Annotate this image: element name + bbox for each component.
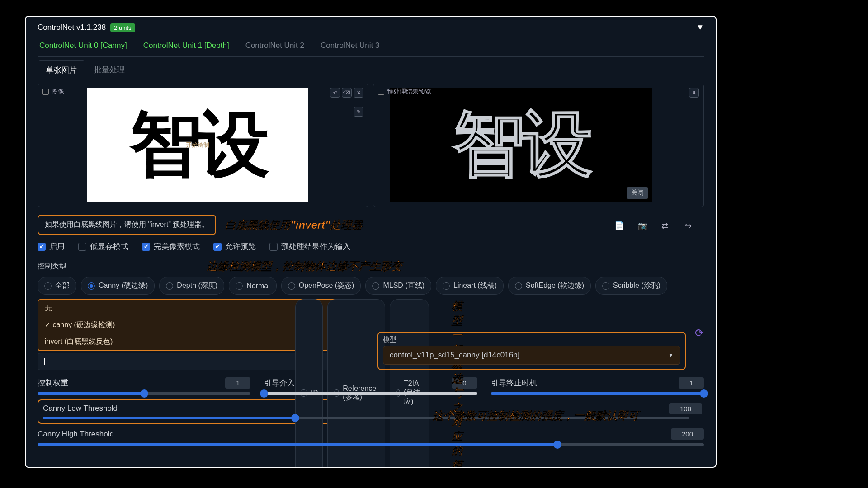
chevron-down-icon: ▼ (668, 352, 674, 358)
radio-ip[interactable]: IP (295, 299, 323, 468)
output-image-preview: 智设 关闭 (390, 88, 652, 202)
subtab-single[interactable]: 单张图片 (38, 60, 85, 80)
image-icon (378, 89, 384, 95)
slider-weight: 控制权重1 (38, 377, 250, 395)
model-wrap: 模型 control_v11p_sd15_canny [d14c016b] ▼ (377, 332, 686, 370)
tab-unit-0[interactable]: ControlNet Unit 0 [Canny] (38, 38, 129, 56)
new-canvas-icon[interactable]: 📄 (614, 221, 624, 229)
tab-unit-2[interactable]: ControlNet Unit 2 (244, 38, 306, 56)
control-type-section: 控制类型 边缘检测模型，控制物体边缘不产生形变 (38, 259, 704, 273)
collapse-icon[interactable]: ▼ (696, 23, 704, 32)
output-image-box: 预处理结果预览 ⬇ 智设 关闭 (373, 84, 704, 207)
radio-mlsd[interactable]: MLSD (直线) (365, 277, 431, 295)
annotation-model: 模型一般就选与之对应的模型 (452, 299, 462, 468)
model-label: 模型 (383, 335, 680, 344)
check-useinput[interactable]: 预处理结果作为输入 (269, 241, 350, 252)
refresh-icon[interactable]: ⟳ (695, 327, 704, 343)
check-pixelperfect[interactable]: ✔完美像素模式 (142, 241, 200, 252)
swap-icon[interactable]: ⇄ (661, 221, 671, 229)
high-threshold-value[interactable]: 200 (671, 428, 704, 440)
annotation-invert: 白底黑线使用"invert"处理器 (225, 218, 363, 232)
checked-icon: ✔ (38, 243, 46, 251)
radio-lineart[interactable]: Lineart (线稿) (436, 277, 504, 295)
annotation-threshold: 这个参数可控制检测的强度，一般默认即可 (433, 408, 639, 423)
end-track[interactable] (491, 392, 704, 395)
image-row: 图像 ↶ ⌫ ✕ ✎ 智设 开始绘制 预处理结果预览 ⬇ 智设 关闭 (38, 84, 704, 207)
output-image-label: 预处理结果预览 (378, 88, 431, 96)
unchecked-icon (269, 243, 278, 251)
hint-row: 如果使用白底黑线图片，请使用 "invert" 预处理器。 白底黑线使用"inv… (38, 215, 704, 235)
close-preview-button[interactable]: 关闭 (627, 187, 648, 199)
slider-end: 引导终止时机1 (491, 377, 704, 395)
control-type-radios-2: IP Reference (参考) T2IA (自适应) 模型一般就选与之对应的… (295, 299, 462, 468)
annotation-edge: 边缘检测模型，控制物体边缘不产生形变 (207, 259, 402, 273)
input-image-tools: ↶ ⌫ ✕ (330, 88, 363, 98)
radio-all[interactable]: 全部 (38, 277, 76, 295)
camera-icon[interactable]: 📷 (638, 221, 648, 229)
end-value[interactable]: 1 (679, 377, 704, 389)
subtab-batch[interactable]: 批量处理 (85, 60, 133, 80)
unit-count-badge: 2 units (110, 23, 135, 32)
input-image-label: 图像 (42, 88, 64, 96)
high-threshold-label: Canny High Threshold (38, 430, 114, 439)
low-threshold-value[interactable]: 100 (669, 403, 702, 414)
checked-icon: ✔ (142, 243, 150, 251)
unit-tabs: ControlNet Unit 0 [Canny] ControlNet Uni… (38, 35, 704, 57)
weight-track[interactable] (38, 392, 250, 395)
start-track[interactable] (264, 392, 477, 395)
check-lowvram[interactable]: 低显存模式 (78, 241, 128, 252)
checked-icon: ✔ (213, 243, 222, 251)
radio-scribble[interactable]: Scribble (涂鸦) (595, 277, 667, 295)
option-checks: ✔启用 低显存模式 ✔完美像素模式 ✔允许预览 预处理结果作为输入 (38, 241, 704, 252)
panel-header: ControlNet v1.1.238 2 units ▼ (38, 23, 704, 32)
model-select[interactable]: control_v11p_sd15_canny [d14c016b] ▼ (383, 346, 680, 365)
tab-unit-1[interactable]: ControlNet Unit 1 [Depth] (142, 38, 231, 56)
edit-icon[interactable]: ✎ (354, 107, 363, 117)
radio-reference[interactable]: Reference (参考) (327, 299, 385, 468)
send-icon[interactable]: ↪ (685, 221, 695, 229)
preprocessor-column: IP Reference (参考) T2IA (自适应) 模型一般就选与之对应的… (38, 299, 346, 370)
preprocessor-row: IP Reference (参考) T2IA (自适应) 模型一般就选与之对应的… (38, 299, 704, 370)
invert-hint-box: 如果使用白底黑线图片，请使用 "invert" 预处理器。 (38, 215, 216, 235)
radio-normal[interactable]: Normal (229, 277, 277, 295)
action-icons: 📄 📷 ⇄ ↪ (614, 221, 704, 229)
output-glyph: 智设 (453, 96, 589, 194)
check-enable[interactable]: ✔启用 (38, 241, 65, 252)
low-threshold-label: Canny Low Threshold (43, 404, 118, 413)
control-type-radios: 全部 Canny (硬边缘) Depth (深度) Normal OpenPos… (38, 277, 704, 295)
clear-icon[interactable]: ⌫ (342, 88, 352, 98)
download-icon[interactable]: ⬇ (689, 88, 699, 98)
radio-canny[interactable]: Canny (硬边缘) (81, 277, 155, 295)
drawing-hint: 开始绘制 (186, 141, 209, 149)
radio-t2ia[interactable]: T2IA (自适应) (390, 299, 429, 468)
radio-softedge[interactable]: SoftEdge (软边缘) (508, 277, 591, 295)
preproc-cursor (44, 358, 45, 365)
radio-openpose[interactable]: OpenPose (姿态) (281, 277, 361, 295)
weight-value[interactable]: 1 (225, 377, 250, 389)
input-image-box[interactable]: 图像 ↶ ⌫ ✕ ✎ 智设 开始绘制 (38, 84, 368, 207)
panel-title: ControlNet v1.1.238 (38, 23, 106, 32)
undo-icon[interactable]: ↶ (330, 88, 340, 98)
close-icon[interactable]: ✕ (354, 88, 363, 98)
check-allowpreview[interactable]: ✔允许预览 (213, 241, 256, 252)
tab-unit-3[interactable]: ControlNet Unit 3 (319, 38, 381, 56)
unchecked-icon (78, 243, 86, 251)
high-threshold-track[interactable] (38, 443, 704, 446)
input-image-preview: 智设 开始绘制 (87, 88, 308, 202)
mode-subtabs: 单张图片 批量处理 (38, 60, 704, 80)
image-icon (42, 89, 49, 95)
control-type-label: 控制类型 (38, 262, 66, 271)
controlnet-panel: ControlNet v1.1.238 2 units ▼ ControlNet… (25, 16, 717, 468)
model-column: 模型 control_v11p_sd15_canny [d14c016b] ▼ (377, 332, 686, 370)
radio-depth[interactable]: Depth (深度) (159, 277, 224, 295)
